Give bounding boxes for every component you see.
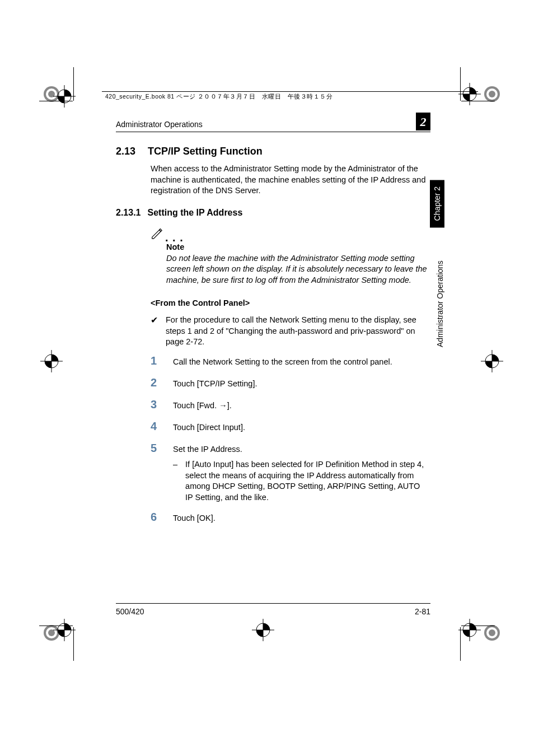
- note-text: Do not leave the machine with the Admini…: [166, 253, 427, 286]
- step-6: 6 Touch [OK].: [151, 510, 429, 525]
- step-number: 4: [151, 419, 160, 434]
- note-label: Note: [166, 242, 429, 253]
- crosshair-icon: [458, 619, 481, 641]
- subsection-title: Setting the IP Address: [147, 207, 242, 219]
- section-number: 2.13: [116, 144, 135, 158]
- step-text: Set the IP Address. – If [Auto Input] ha…: [173, 444, 429, 503]
- crosshair-icon: [458, 83, 481, 105]
- step-number: 6: [151, 510, 160, 525]
- side-tab-chapter: Chapter 2: [430, 180, 444, 227]
- chapter-badge: 2: [416, 113, 430, 130]
- step-1: 1 Call the Network Setting to the screen…: [151, 353, 429, 368]
- step-text: Call the Network Setting to the screen f…: [173, 357, 429, 368]
- panel-heading: <From the Control Panel>: [151, 298, 429, 309]
- reg-mark-icon: [481, 622, 503, 644]
- svg-point-11: [489, 91, 495, 97]
- step-number: 3: [151, 397, 160, 412]
- note-block: . . . Note Do not leave the machine with…: [151, 227, 429, 286]
- step-3: 3 Touch [Fwd. →].: [151, 397, 429, 412]
- precondition-text: For the procedure to call the Network Se…: [166, 315, 429, 348]
- step-text: Touch [Fwd. →].: [173, 400, 429, 412]
- step-5-sub: – If [Auto Input] has been selected for …: [173, 459, 429, 503]
- crop-line: [73, 627, 74, 661]
- step-5: 5 Set the IP Address. – If [Auto Input] …: [151, 441, 429, 503]
- svg-point-29: [489, 629, 495, 636]
- step-5-sub-text: If [Auto Input] has been selected for IP…: [185, 459, 429, 503]
- file-header-text: 420_security_E.book 81 ページ ２００７年３月７日 水曜日…: [105, 93, 333, 101]
- section-title: TCP/IP Setting Function: [148, 144, 263, 158]
- step-number: 5: [151, 441, 160, 456]
- crosshair-icon: [53, 85, 76, 108]
- side-tab-section: Administrator Operations: [435, 246, 444, 347]
- content-area: 2.13 TCP/IP Setting Function When access…: [116, 144, 429, 531]
- step-text: Touch [Direct Input].: [173, 422, 429, 433]
- step-5-main: Set the IP Address.: [173, 445, 242, 454]
- note-icon: [151, 227, 163, 242]
- crop-line: [39, 626, 73, 626]
- reg-mark-icon: [481, 83, 503, 105]
- chapter-number: 2: [416, 113, 430, 130]
- footer-left: 500/420: [116, 607, 144, 616]
- subsection-number: 2.13.1: [116, 207, 140, 219]
- crosshair-icon: [252, 619, 274, 641]
- subsection-heading: 2.13.1 Setting the IP Address: [116, 207, 429, 219]
- step-text: Touch [TCP/IP Setting].: [173, 379, 429, 390]
- crosshair-icon: [53, 619, 76, 641]
- note-dots-icon: . . .: [165, 235, 184, 242]
- crop-line: [460, 627, 461, 661]
- dash-icon: –: [173, 459, 177, 503]
- crop-line: [461, 101, 495, 101]
- step-number: 1: [151, 353, 160, 368]
- section-heading: 2.13 TCP/IP Setting Function: [116, 144, 429, 158]
- crop-line: [460, 67, 461, 101]
- crop-line: [39, 101, 73, 101]
- section-intro: When access to the Administrator Setting…: [151, 164, 429, 197]
- crop-line: [73, 67, 74, 101]
- footer-right: 2-81: [415, 607, 430, 616]
- precondition-row: ✔ For the procedure to call the Network …: [151, 315, 429, 348]
- step-text: Touch [OK].: [173, 513, 429, 524]
- crop-line: [461, 626, 495, 626]
- step-4: 4 Touch [Direct Input].: [151, 419, 429, 434]
- step-number: 2: [151, 375, 160, 390]
- reg-mark-icon: [481, 350, 503, 372]
- checkmark-icon: ✔: [151, 315, 158, 348]
- step-2: 2 Touch [TCP/IP Setting].: [151, 375, 429, 390]
- file-header-rule: [102, 91, 478, 92]
- running-header: Administrator Operations 2: [116, 119, 430, 132]
- running-header-left: Administrator Operations: [116, 120, 203, 129]
- page-footer: 500/420 2-81: [116, 603, 430, 616]
- page: 420_security_E.book 81 ページ ２００７年３月７日 水曜日…: [0, 0, 534, 756]
- reg-mark-icon: [40, 350, 63, 372]
